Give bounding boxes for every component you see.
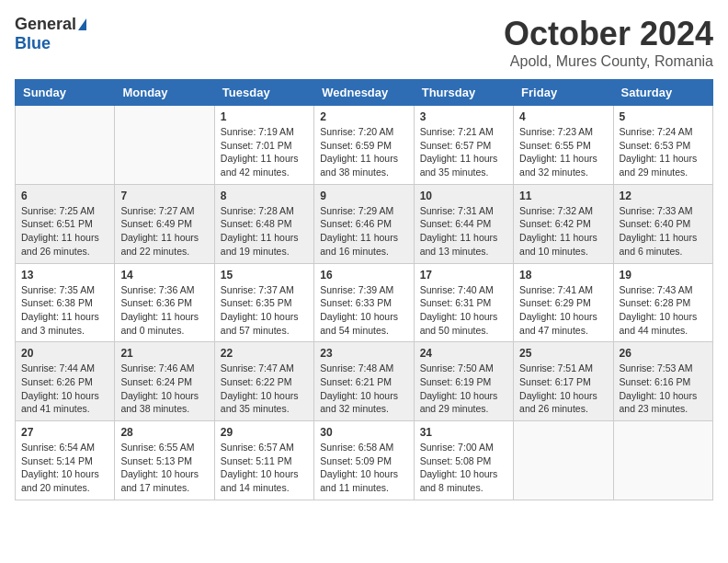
calendar-cell: 10Sunrise: 7:31 AMSunset: 6:44 PMDayligh… xyxy=(414,184,513,263)
calendar-cell: 6Sunrise: 7:25 AMSunset: 6:51 PMDaylight… xyxy=(16,184,115,263)
day-number: 27 xyxy=(21,426,108,439)
day-number: 18 xyxy=(519,269,607,282)
title-block: October 2024 Apold, Mures County, Romani… xyxy=(504,15,713,70)
day-number: 14 xyxy=(120,269,208,282)
day-info: Sunrise: 7:24 AMSunset: 6:53 PMDaylight:… xyxy=(620,125,707,179)
header-day-thursday: Thursday xyxy=(414,80,513,106)
day-info: Sunrise: 7:43 AMSunset: 6:28 PMDaylight:… xyxy=(620,283,707,338)
day-number: 28 xyxy=(120,426,208,439)
week-row-5: 27Sunrise: 6:54 AMSunset: 5:14 PMDayligh… xyxy=(16,421,713,500)
page-subtitle: Apold, Mures County, Romania xyxy=(504,53,713,70)
week-row-2: 6Sunrise: 7:25 AMSunset: 6:51 PMDaylight… xyxy=(16,184,713,263)
day-info: Sunrise: 6:58 AMSunset: 5:09 PMDaylight:… xyxy=(320,441,407,495)
day-number: 11 xyxy=(519,190,607,202)
calendar-cell: 30Sunrise: 6:58 AMSunset: 5:09 PMDayligh… xyxy=(314,421,414,500)
day-number: 7 xyxy=(120,190,208,202)
day-number: 5 xyxy=(620,110,707,123)
calendar-header: SundayMondayTuesdayWednesdayThursdayFrid… xyxy=(16,80,713,106)
page-title: October 2024 xyxy=(504,15,713,53)
day-info: Sunrise: 7:19 AMSunset: 7:01 PMDaylight:… xyxy=(221,125,308,179)
week-row-4: 20Sunrise: 7:44 AMSunset: 6:26 PMDayligh… xyxy=(16,342,713,421)
calendar-cell: 31Sunrise: 7:00 AMSunset: 5:08 PMDayligh… xyxy=(414,421,513,500)
calendar-cell: 7Sunrise: 7:27 AMSunset: 6:49 PMDaylight… xyxy=(115,184,214,263)
day-info: Sunrise: 7:21 AMSunset: 6:57 PMDaylight:… xyxy=(420,125,507,179)
day-number: 16 xyxy=(320,269,407,282)
calendar-cell: 28Sunrise: 6:55 AMSunset: 5:13 PMDayligh… xyxy=(115,421,214,500)
calendar-cell: 21Sunrise: 7:46 AMSunset: 6:24 PMDayligh… xyxy=(115,342,214,421)
logo-triangle-icon xyxy=(78,18,86,30)
calendar-body: 1Sunrise: 7:19 AMSunset: 7:01 PMDaylight… xyxy=(16,106,713,500)
day-info: Sunrise: 6:57 AMSunset: 5:11 PMDaylight:… xyxy=(221,441,308,495)
day-number: 1 xyxy=(221,110,308,123)
calendar-cell xyxy=(613,421,712,500)
calendar-cell: 16Sunrise: 7:39 AMSunset: 6:33 PMDayligh… xyxy=(314,263,414,342)
day-number: 10 xyxy=(420,190,507,202)
day-number: 24 xyxy=(420,347,507,360)
day-info: Sunrise: 7:40 AMSunset: 6:31 PMDaylight:… xyxy=(420,283,507,338)
day-number: 29 xyxy=(221,426,308,439)
day-number: 15 xyxy=(221,269,308,282)
day-number: 13 xyxy=(21,269,108,282)
day-number: 30 xyxy=(320,426,407,439)
header-day-sunday: Sunday xyxy=(16,80,115,106)
day-number: 4 xyxy=(519,110,607,123)
day-number: 20 xyxy=(21,347,108,360)
header-day-wednesday: Wednesday xyxy=(314,80,414,106)
calendar-cell: 18Sunrise: 7:41 AMSunset: 6:29 PMDayligh… xyxy=(514,263,613,342)
page-header: General Blue October 2024 Apold, Mures C… xyxy=(15,15,713,70)
day-info: Sunrise: 7:23 AMSunset: 6:55 PMDaylight:… xyxy=(519,125,607,179)
day-info: Sunrise: 7:36 AMSunset: 6:36 PMDaylight:… xyxy=(120,283,208,338)
calendar-cell: 27Sunrise: 6:54 AMSunset: 5:14 PMDayligh… xyxy=(16,421,115,500)
header-day-tuesday: Tuesday xyxy=(214,80,313,106)
day-number: 21 xyxy=(120,347,208,360)
day-info: Sunrise: 7:48 AMSunset: 6:21 PMDaylight:… xyxy=(320,362,407,416)
calendar-cell: 1Sunrise: 7:19 AMSunset: 7:01 PMDaylight… xyxy=(214,106,313,185)
header-day-monday: Monday xyxy=(115,80,214,106)
day-number: 9 xyxy=(320,190,407,202)
calendar-cell: 9Sunrise: 7:29 AMSunset: 6:46 PMDaylight… xyxy=(314,184,414,263)
day-info: Sunrise: 7:53 AMSunset: 6:16 PMDaylight:… xyxy=(620,362,707,416)
header-day-friday: Friday xyxy=(514,80,613,106)
day-info: Sunrise: 7:46 AMSunset: 6:24 PMDaylight:… xyxy=(120,362,208,416)
day-number: 12 xyxy=(620,190,707,202)
day-number: 6 xyxy=(21,190,108,202)
calendar-cell: 17Sunrise: 7:40 AMSunset: 6:31 PMDayligh… xyxy=(414,263,513,342)
week-row-1: 1Sunrise: 7:19 AMSunset: 7:01 PMDaylight… xyxy=(16,106,713,185)
day-number: 26 xyxy=(620,347,707,360)
calendar-cell: 26Sunrise: 7:53 AMSunset: 6:16 PMDayligh… xyxy=(613,342,712,421)
calendar-cell: 13Sunrise: 7:35 AMSunset: 6:38 PMDayligh… xyxy=(16,263,115,342)
day-info: Sunrise: 7:41 AMSunset: 6:29 PMDaylight:… xyxy=(519,283,607,338)
day-info: Sunrise: 7:47 AMSunset: 6:22 PMDaylight:… xyxy=(221,362,308,416)
day-number: 25 xyxy=(519,347,607,360)
calendar-cell: 23Sunrise: 7:48 AMSunset: 6:21 PMDayligh… xyxy=(314,342,414,421)
calendar-cell: 2Sunrise: 7:20 AMSunset: 6:59 PMDaylight… xyxy=(314,106,414,185)
day-info: Sunrise: 7:27 AMSunset: 6:49 PMDaylight:… xyxy=(120,204,208,259)
header-row: SundayMondayTuesdayWednesdayThursdayFrid… xyxy=(16,80,713,106)
day-number: 2 xyxy=(320,110,407,123)
calendar-cell xyxy=(115,106,214,185)
calendar-cell: 4Sunrise: 7:23 AMSunset: 6:55 PMDaylight… xyxy=(514,106,613,185)
day-info: Sunrise: 7:32 AMSunset: 6:42 PMDaylight:… xyxy=(519,204,607,259)
day-info: Sunrise: 7:33 AMSunset: 6:40 PMDaylight:… xyxy=(620,204,707,259)
day-info: Sunrise: 7:39 AMSunset: 6:33 PMDaylight:… xyxy=(320,283,407,338)
calendar-cell: 8Sunrise: 7:28 AMSunset: 6:48 PMDaylight… xyxy=(214,184,313,263)
logo: General Blue xyxy=(15,15,86,53)
day-number: 3 xyxy=(420,110,507,123)
day-number: 22 xyxy=(221,347,308,360)
day-number: 8 xyxy=(221,190,308,202)
day-number: 17 xyxy=(420,269,507,282)
calendar-cell xyxy=(16,106,115,185)
calendar-cell: 22Sunrise: 7:47 AMSunset: 6:22 PMDayligh… xyxy=(214,342,313,421)
week-row-3: 13Sunrise: 7:35 AMSunset: 6:38 PMDayligh… xyxy=(16,263,713,342)
calendar-cell: 14Sunrise: 7:36 AMSunset: 6:36 PMDayligh… xyxy=(115,263,214,342)
calendar-cell: 11Sunrise: 7:32 AMSunset: 6:42 PMDayligh… xyxy=(514,184,613,263)
day-info: Sunrise: 7:35 AMSunset: 6:38 PMDaylight:… xyxy=(21,283,108,338)
logo-general-text: General xyxy=(15,15,76,34)
calendar-cell: 12Sunrise: 7:33 AMSunset: 6:40 PMDayligh… xyxy=(613,184,712,263)
day-info: Sunrise: 7:00 AMSunset: 5:08 PMDaylight:… xyxy=(420,441,507,495)
day-info: Sunrise: 7:51 AMSunset: 6:17 PMDaylight:… xyxy=(519,362,607,416)
calendar-cell xyxy=(514,421,613,500)
calendar-cell: 25Sunrise: 7:51 AMSunset: 6:17 PMDayligh… xyxy=(514,342,613,421)
day-info: Sunrise: 6:54 AMSunset: 5:14 PMDaylight:… xyxy=(21,441,108,495)
day-info: Sunrise: 7:31 AMSunset: 6:44 PMDaylight:… xyxy=(420,204,507,259)
